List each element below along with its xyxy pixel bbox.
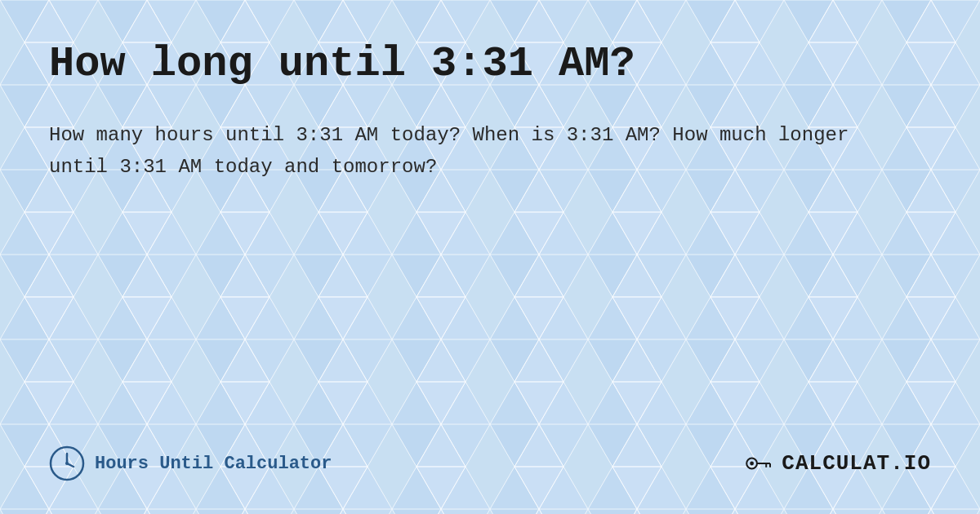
page-title: How long until 3:31 AM?: [49, 41, 931, 87]
calculat-text: CALCULAT.IO: [782, 451, 931, 476]
logo-section: CALCULAT.IO: [744, 447, 931, 480]
calculat-icon: [744, 447, 777, 480]
footer: Hours Until Calculator CALCULAT.IO: [49, 429, 931, 481]
clock-icon: [49, 445, 85, 481]
page-description: How many hours until 3:31 AM today? When…: [49, 120, 915, 183]
brand-section: Hours Until Calculator: [49, 445, 332, 481]
svg-point-13: [751, 462, 755, 466]
calculat-logo: CALCULAT.IO: [744, 447, 931, 480]
brand-text: Hours Until Calculator: [95, 454, 332, 474]
svg-point-11: [65, 462, 69, 465]
